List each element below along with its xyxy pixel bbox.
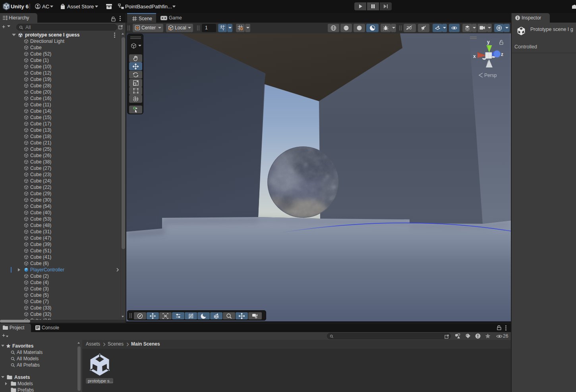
svg-text:Persp: Persp: [484, 73, 497, 78]
svg-text:z: z: [501, 52, 503, 57]
svg-text:x: x: [473, 54, 476, 59]
svg-text:Y: Y: [222, 27, 224, 31]
svg-text:y: y: [487, 39, 490, 45]
